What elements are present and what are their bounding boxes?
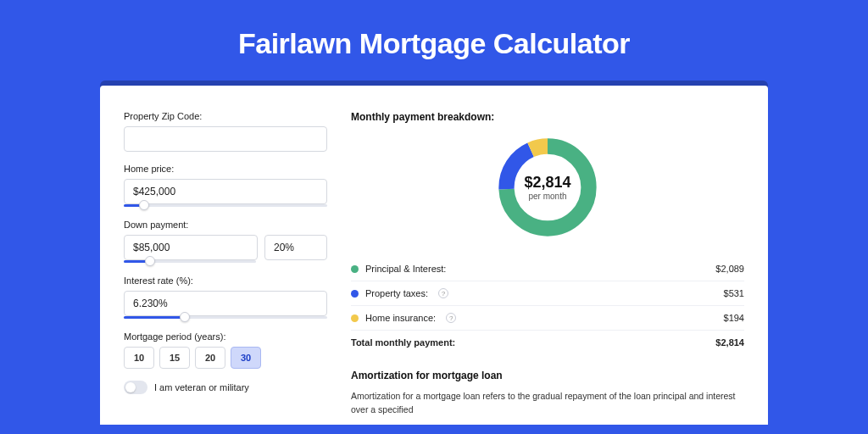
down-payment-label: Down payment: bbox=[124, 220, 327, 230]
zip-label: Property Zip Code: bbox=[124, 111, 327, 121]
down-payment-input[interactable] bbox=[124, 235, 258, 260]
period-button-15[interactable]: 15 bbox=[159, 347, 190, 369]
field-interest: Interest rate (%): bbox=[124, 275, 327, 320]
card-shadow: Property Zip Code: Home price: Down paym… bbox=[100, 81, 768, 425]
breakdown-column: Monthly payment breakdown: $2,814 per mo… bbox=[351, 111, 744, 425]
legend: Principal & Interest:$2,089Property taxe… bbox=[351, 257, 744, 331]
form-column: Property Zip Code: Home price: Down paym… bbox=[124, 111, 327, 425]
down-payment-slider[interactable] bbox=[124, 259, 256, 264]
donut-sub: per month bbox=[528, 192, 566, 201]
interest-slider[interactable] bbox=[124, 314, 327, 320]
legend-row: Property taxes:?$531 bbox=[351, 281, 744, 306]
interest-input[interactable] bbox=[124, 291, 327, 316]
legend-value: $531 bbox=[724, 288, 744, 298]
amortization-text: Amortization for a mortgage loan refers … bbox=[351, 390, 744, 417]
period-button-30[interactable]: 30 bbox=[231, 347, 261, 369]
calculator-card: Property Zip Code: Home price: Down paym… bbox=[100, 86, 768, 425]
period-button-10[interactable]: 10 bbox=[124, 347, 154, 369]
legend-value: $194 bbox=[724, 313, 744, 323]
total-label: Total monthly payment: bbox=[351, 337, 455, 348]
legend-label: Property taxes: bbox=[365, 288, 428, 298]
help-icon[interactable]: ? bbox=[446, 313, 456, 323]
field-home-price: Home price: bbox=[124, 164, 327, 208]
field-zip: Property Zip Code: bbox=[124, 111, 327, 152]
field-down-payment: Down payment: bbox=[124, 220, 327, 264]
legend-row: Principal & Interest:$2,089 bbox=[351, 257, 744, 281]
breakdown-title: Monthly payment breakdown: bbox=[351, 111, 744, 123]
amortization-section: Amortization for mortgage loan Amortizat… bbox=[351, 370, 744, 417]
period-button-20[interactable]: 20 bbox=[195, 347, 225, 369]
donut-chart: $2,814 per month bbox=[493, 133, 602, 242]
help-icon[interactable]: ? bbox=[438, 288, 448, 298]
home-price-label: Home price: bbox=[124, 164, 327, 174]
legend-label: Home insurance: bbox=[365, 313, 436, 323]
legend-row: Home insurance:?$194 bbox=[351, 306, 744, 331]
amortization-title: Amortization for mortgage loan bbox=[351, 370, 744, 381]
field-veteran: I am veteran or military bbox=[124, 381, 327, 394]
legend-value: $2,089 bbox=[715, 264, 744, 274]
legend-dot bbox=[351, 314, 359, 322]
legend-dot bbox=[351, 290, 359, 298]
donut-amount: $2,814 bbox=[524, 174, 570, 192]
down-payment-pct-input[interactable] bbox=[264, 235, 327, 260]
legend-label: Principal & Interest: bbox=[365, 264, 446, 274]
donut-center: $2,814 per month bbox=[493, 133, 602, 242]
interest-label: Interest rate (%): bbox=[124, 275, 327, 286]
period-label: Mortgage period (years): bbox=[124, 331, 327, 342]
page-title: Fairlawn Mortgage Calculator bbox=[238, 27, 630, 60]
legend-total-row: Total monthly payment: $2,814 bbox=[351, 331, 744, 354]
period-buttons: 10152030 bbox=[124, 347, 327, 369]
toggle-knob bbox=[125, 382, 136, 392]
total-value: $2,814 bbox=[715, 337, 744, 348]
zip-input[interactable] bbox=[124, 126, 327, 152]
veteran-toggle[interactable] bbox=[124, 381, 147, 394]
legend-dot bbox=[351, 265, 359, 273]
home-price-input[interactable] bbox=[124, 179, 327, 204]
home-price-slider[interactable] bbox=[124, 203, 327, 208]
donut-wrap: $2,814 per month bbox=[351, 133, 744, 242]
veteran-label: I am veteran or military bbox=[154, 382, 249, 392]
field-period: Mortgage period (years): 10152030 bbox=[124, 331, 327, 369]
